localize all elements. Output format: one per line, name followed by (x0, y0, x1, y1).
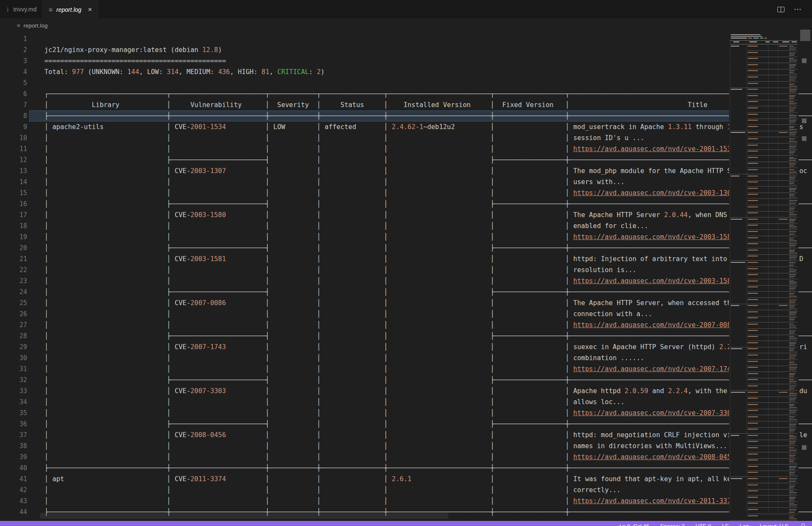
code-line-43[interactable]: │ │ │ │ │ │ │ https://avd.aquasec.com/nv… (44, 496, 812, 507)
code-line-16[interactable]: │ ├────────────────────────┤ │ │ ├──────… (44, 198, 812, 209)
code-line-18[interactable]: │ │ │ │ │ │ │ enabled for clie... (44, 220, 812, 231)
code-line-20[interactable]: │ ├────────────────────────┤ │ │ ├──────… (44, 242, 812, 253)
minimap[interactable] (729, 31, 798, 521)
code-line-28[interactable]: │ ├────────────────────────┤ │ │ ├──────… (44, 330, 812, 341)
status-item[interactable]: Ln 8, Col 46 (620, 523, 649, 526)
line-number[interactable]: 30 (0, 353, 27, 364)
line-number[interactable]: 44 (0, 507, 27, 518)
line-numbers[interactable]: 1234567891011121314151617181920212223242… (0, 33, 27, 518)
code-line-39[interactable]: │ │ │ │ │ │ │ https://avd.aquasec.com/nv… (44, 452, 812, 463)
line-number[interactable]: 24 (0, 286, 27, 297)
code-line-34[interactable]: │ │ │ │ │ │ │ allows loc... (44, 397, 812, 408)
line-number[interactable]: 26 (0, 308, 27, 319)
code-line-14[interactable]: │ │ │ │ │ │ │ users with... (44, 176, 812, 187)
code-line-30[interactable]: │ │ │ │ │ │ │ combination ...... (44, 353, 812, 364)
vulnerability-link[interactable]: https://avd.aquasec.com/nvd/cve-2011-337… (573, 497, 735, 505)
line-number[interactable]: 6 (0, 88, 27, 99)
code-line-10[interactable]: │ │ │ │ │ │ │ session ID's u ... (44, 132, 812, 143)
line-number[interactable]: 32 (0, 375, 27, 386)
search-icon[interactable] (801, 523, 807, 526)
vulnerability-link[interactable]: https://avd.aquasec.com/nvd/cve-2008-045… (573, 453, 735, 461)
code-line-32[interactable]: │ ├────────────────────────┤ │ │ ├──────… (44, 375, 812, 386)
code-line-40[interactable]: ├──────────────────────────────┼────────… (44, 463, 812, 474)
code-line-29[interactable]: │ │ CVE-2007-1743 │ │ │ │ │ suexec in Ap… (44, 341, 812, 353)
close-icon[interactable]: × (88, 6, 92, 13)
vulnerability-link[interactable]: https://avd.aquasec.com/nvd/cve-2003-158… (573, 277, 735, 285)
line-number[interactable]: 40 (0, 463, 27, 474)
line-number[interactable]: 10 (0, 132, 27, 143)
code-line-35[interactable]: │ │ │ │ │ │ │ https://avd.aquasec.com/nv… (44, 408, 812, 419)
code-line-2[interactable]: jc21/nginx-proxy-manager:latest (debian … (44, 44, 812, 55)
line-number[interactable]: 20 (0, 242, 27, 253)
code-line-5[interactable] (44, 77, 812, 88)
code-line-19[interactable]: │ │ │ │ │ │ │ https://avd.aquasec.com/nv… (44, 231, 812, 242)
line-number[interactable]: 36 (0, 419, 27, 430)
code-line-7[interactable]: │ Library │ Vulnerability │ Severity │ S… (44, 99, 812, 110)
code-line-8[interactable]: ├──────────────────────────────┼────────… (44, 110, 812, 121)
vulnerability-link[interactable]: https://avd.aquasec.com/nvd/cve-2003-158… (573, 233, 735, 241)
line-number[interactable]: 28 (0, 330, 27, 341)
code-line-6[interactable]: ┌──────────────────────────────┬────────… (44, 88, 812, 99)
line-number[interactable]: 25 (0, 297, 27, 308)
line-number[interactable]: 14 (0, 176, 27, 187)
code-line-13[interactable]: │ │ CVE-2003-1307 │ │ │ │ │ The mod_php … (44, 165, 812, 176)
horizontal-scrollbar-thumb[interactable] (40, 513, 448, 519)
line-number[interactable]: 33 (0, 386, 27, 397)
line-number[interactable]: 31 (0, 364, 27, 375)
line-number[interactable]: 35 (0, 408, 27, 419)
more-actions-icon[interactable]: ⋯ (794, 6, 802, 13)
line-number[interactable]: 27 (0, 319, 27, 330)
code-line-23[interactable]: │ │ │ │ │ │ │ https://avd.aquasec.com/nv… (44, 275, 812, 286)
line-number[interactable]: 15 (0, 187, 27, 198)
status-item[interactable]: UTF-8 (696, 523, 711, 526)
line-number[interactable]: 19 (0, 231, 27, 242)
line-number[interactable]: 41 (0, 474, 27, 485)
split-editor-icon[interactable] (777, 7, 785, 12)
line-number[interactable]: 34 (0, 397, 27, 408)
code-line-25[interactable]: │ │ CVE-2007-0086 │ │ │ │ │ The Apache H… (44, 297, 812, 308)
code-line-36[interactable]: │ ├────────────────────────┤ │ │ ├──────… (44, 419, 812, 430)
code-line-15[interactable]: │ │ │ │ │ │ │ https://avd.aquasec.com/nv… (44, 187, 812, 198)
code-line-38[interactable]: │ │ │ │ │ │ │ names in directories with … (44, 441, 812, 452)
line-number[interactable]: 8 (0, 110, 27, 121)
line-number[interactable]: 42 (0, 485, 27, 496)
line-number[interactable]: 4 (0, 66, 27, 77)
line-number[interactable]: 37 (0, 430, 27, 441)
code-line-3[interactable]: ========================================… (44, 55, 812, 66)
code-line-11[interactable]: │ │ │ │ │ │ │ https://avd.aquasec.com/nv… (44, 143, 812, 154)
vertical-scrollbar-thumb[interactable] (800, 30, 810, 41)
code-line-21[interactable]: │ │ CVE-2003-1581 │ │ │ │ │ httpd: Injec… (44, 253, 812, 264)
code-line-4[interactable]: Total: 977 (UNKNOWN: 144, LOW: 314, MEDI… (44, 66, 812, 77)
status-item[interactable]: LF (722, 523, 729, 526)
line-number[interactable]: 29 (0, 341, 27, 353)
vulnerability-link[interactable]: https://avd.aquasec.com/nvd/cve-2001-153… (573, 145, 735, 153)
line-number[interactable]: 21 (0, 253, 27, 264)
line-number[interactable]: 22 (0, 264, 27, 275)
code-line-24[interactable]: │ ├────────────────────────┤ │ │ ├──────… (44, 286, 812, 297)
vulnerability-link[interactable]: https://avd.aquasec.com/nvd/cve-2003-130… (573, 189, 735, 197)
tab-report-log[interactable]: ≡ report.log × (43, 0, 98, 19)
code-line-17[interactable]: │ │ CVE-2003-1580 │ │ │ │ │ The Apache H… (44, 209, 812, 220)
vulnerability-link[interactable]: https://avd.aquasec.com/nvd/cve-2007-330… (573, 409, 735, 417)
line-number[interactable]: 3 (0, 55, 27, 66)
vulnerability-link[interactable]: https://avd.aquasec.com/nvd/cve-2007-174… (573, 365, 735, 373)
line-number[interactable]: 43 (0, 496, 27, 507)
line-number[interactable]: 7 (0, 99, 27, 110)
line-number[interactable]: 5 (0, 77, 27, 88)
code-line-22[interactable]: │ │ │ │ │ │ │ resolution is... (44, 264, 812, 275)
breadcrumb[interactable]: ≡ report.log (0, 19, 812, 31)
line-number[interactable]: 17 (0, 209, 27, 220)
line-number[interactable]: 11 (0, 143, 27, 154)
line-number[interactable]: 12 (0, 154, 27, 165)
line-number[interactable]: 9 (0, 121, 27, 132)
status-item[interactable]: Layout: U.S. (760, 523, 790, 526)
code-line-26[interactable]: │ │ │ │ │ │ │ connection with a... (44, 308, 812, 319)
line-number[interactable]: 23 (0, 275, 27, 286)
line-number[interactable]: 16 (0, 198, 27, 209)
tab-trivvy-md[interactable]: ↓ trivvy.md (0, 0, 43, 19)
code-line-9[interactable]: │ apache2-utils │ CVE-2001-1534 │ LOW │ … (44, 121, 812, 132)
line-number[interactable]: 2 (0, 44, 27, 55)
line-number[interactable]: 18 (0, 220, 27, 231)
code-line-33[interactable]: │ │ CVE-2007-3303 │ │ │ │ │ Apache httpd… (44, 386, 812, 397)
line-number[interactable]: 1 (0, 33, 27, 44)
